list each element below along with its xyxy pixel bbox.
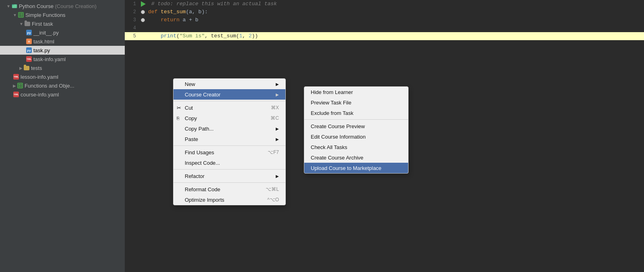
submenu-check-all-tasks[interactable]: Check All Tasks bbox=[304, 142, 408, 152]
exclude-task-label: Exclude from Task bbox=[311, 110, 353, 116]
yaml-icon-course: YML bbox=[13, 91, 19, 98]
submenu-separator-1 bbox=[304, 119, 408, 120]
menu-refactor-label: Refactor bbox=[185, 173, 204, 179]
menu-cut-label: Cut bbox=[185, 105, 193, 111]
code-return-3: return a + b bbox=[148, 16, 198, 24]
task-py-item[interactable]: py task.py bbox=[0, 46, 125, 55]
separator-1 bbox=[173, 101, 285, 101]
menu-item-course-creator[interactable]: Course Creator ▶ bbox=[173, 89, 285, 100]
cut-icon: ✂ bbox=[177, 105, 181, 111]
tests-item[interactable]: ▶ tests bbox=[0, 63, 125, 72]
create-preview-label: Create Course Preview bbox=[311, 123, 365, 129]
separator-2 bbox=[173, 145, 285, 146]
lesson-info-yaml-label: lesson-info.yaml bbox=[21, 74, 58, 80]
project-type: (Course Creation) bbox=[55, 3, 97, 9]
menu-item-optimize[interactable]: Optimize Imports ^⌥O bbox=[173, 194, 285, 205]
expand-arrow-tests: ▶ bbox=[19, 66, 23, 70]
expand-arrow: ▼ bbox=[6, 4, 10, 8]
context-menu: New ▶ Course Creator ▶ ✂ Cut ⌘X ⎘ Copy ⌘… bbox=[173, 78, 286, 205]
separator-3 bbox=[173, 169, 285, 170]
menu-item-new[interactable]: New ▶ bbox=[173, 79, 285, 89]
preview-task-label: Preview Task File bbox=[311, 100, 351, 106]
sidebar: ▼ Python Course (Course Creation) ▼ Simp… bbox=[0, 0, 125, 272]
menu-item-copy[interactable]: ⎘ Copy ⌘C bbox=[173, 113, 285, 123]
breakpoint-2 bbox=[141, 10, 147, 14]
task-html-label: task.html bbox=[33, 39, 54, 45]
functions-objects-label: Functions and Obje... bbox=[25, 83, 74, 89]
course-creator-submenu-arrow: ▶ bbox=[276, 92, 279, 97]
code-comment-1: # todo: replace this with an actual task bbox=[148, 0, 277, 8]
course-creator-submenu: Hide from Learner Preview Task File Excl… bbox=[304, 86, 409, 174]
yaml-icon: YML bbox=[26, 56, 32, 62]
menu-item-paste[interactable]: Paste ▶ bbox=[173, 134, 285, 144]
py-icon: py bbox=[26, 29, 32, 36]
menu-optimize-label: Optimize Imports bbox=[185, 197, 224, 203]
line-number-4: 4 bbox=[125, 24, 141, 32]
code-line-1: 1 # todo: replace this with an actual ta… bbox=[125, 0, 644, 8]
separator-4 bbox=[173, 182, 285, 183]
expand-arrow-first: ▼ bbox=[19, 22, 23, 26]
menu-item-inspect-code[interactable]: Inspect Code... bbox=[173, 157, 285, 168]
code-line-4: 4 bbox=[125, 24, 644, 32]
submenu-exclude-from-task[interactable]: Exclude from Task bbox=[304, 108, 408, 118]
yaml-icon-lesson: YML bbox=[13, 74, 19, 80]
code-line-3: 3 return a + b bbox=[125, 16, 644, 24]
line-number-1: 1 bbox=[125, 0, 141, 8]
submenu-hide-from-learner[interactable]: Hide from Learner bbox=[304, 87, 408, 97]
create-archive-label: Create Course Archive bbox=[311, 155, 363, 161]
py-icon-task: py bbox=[26, 47, 32, 53]
check-all-tasks-label: Check All Tasks bbox=[311, 144, 347, 150]
first-task-label: First task bbox=[32, 21, 53, 27]
copy-path-submenu-arrow: ▶ bbox=[276, 127, 279, 131]
run-icon[interactable] bbox=[141, 1, 147, 7]
simple-functions-item[interactable]: ▼ Simple Functions bbox=[0, 10, 125, 19]
functions-objects-item[interactable]: ▶ Functions and Obje... bbox=[0, 81, 125, 90]
submenu-create-archive[interactable]: Create Course Archive bbox=[304, 152, 408, 163]
editor-area: 1 # todo: replace this with an actual ta… bbox=[125, 0, 644, 272]
menu-reformat-label: Reformat Code bbox=[185, 186, 220, 192]
code-print-5: print("Sum is", test_sum(1, 2)) bbox=[148, 32, 258, 40]
menu-paste-label: Paste bbox=[185, 136, 198, 142]
course-info-yaml-item[interactable]: YML course-info.yaml bbox=[0, 90, 125, 99]
submenu-create-course-preview[interactable]: Create Course Preview bbox=[304, 121, 408, 131]
hide-learner-label: Hide from Learner bbox=[311, 89, 353, 95]
lesson-info-yaml-item[interactable]: YML lesson-info.yaml bbox=[0, 72, 125, 81]
svg-rect-1 bbox=[12, 4, 14, 5]
menu-find-usages-label: Find Usages bbox=[185, 149, 214, 155]
optimize-shortcut: ^⌥O bbox=[267, 197, 279, 202]
code-content: 1 # todo: replace this with an actual ta… bbox=[125, 0, 644, 40]
upload-course-label: Upload Course to Marketplace bbox=[311, 165, 382, 171]
new-submenu-arrow: ▶ bbox=[276, 82, 279, 86]
menu-item-refactor[interactable]: Refactor ▶ bbox=[173, 171, 285, 181]
cut-shortcut: ⌘X bbox=[271, 105, 279, 110]
project-root[interactable]: ▼ Python Course (Course Creation) bbox=[0, 2, 125, 10]
menu-item-cut[interactable]: ✂ Cut ⌘X bbox=[173, 102, 285, 113]
menu-copy-label: Copy bbox=[185, 115, 197, 121]
copy-icon: ⎘ bbox=[177, 116, 180, 121]
find-usages-shortcut: ⌥F7 bbox=[268, 149, 279, 155]
line-number-3: 3 bbox=[125, 16, 141, 24]
init-py-item[interactable]: py __init__.py bbox=[0, 28, 125, 37]
submenu-preview-task[interactable]: Preview Task File bbox=[304, 97, 408, 108]
reformat-shortcut: ⌥⌘L bbox=[266, 186, 279, 192]
code-def-2: def test_sum(a, b): bbox=[148, 8, 208, 16]
task-info-yaml-item[interactable]: YML task-info.yaml bbox=[0, 55, 125, 63]
module-icon bbox=[18, 12, 24, 18]
task-info-yaml-label: task-info.yaml bbox=[33, 56, 66, 62]
code-line-2: 2 def test_sum(a, b): bbox=[125, 8, 644, 16]
code-line-5: 5 print("Sum is", test_sum(1, 2)) bbox=[125, 32, 644, 40]
breakpoint-3 bbox=[141, 18, 147, 22]
menu-inspect-label: Inspect Code... bbox=[185, 160, 220, 166]
menu-item-find-usages[interactable]: Find Usages ⌥F7 bbox=[173, 147, 285, 157]
tests-label: tests bbox=[31, 65, 42, 71]
submenu-upload-course[interactable]: Upload Course to Marketplace bbox=[304, 163, 408, 173]
menu-item-reformat[interactable]: Reformat Code ⌥⌘L bbox=[173, 184, 285, 194]
task-html-item[interactable]: H task.html bbox=[0, 37, 125, 46]
edit-course-info-label: Edit Course Information bbox=[311, 134, 366, 140]
submenu-edit-course-info[interactable]: Edit Course Information bbox=[304, 131, 408, 142]
first-task-item[interactable]: ▼ First task bbox=[0, 19, 125, 28]
lesson-icon bbox=[24, 20, 31, 27]
init-py-label: __init__.py bbox=[33, 30, 59, 36]
html-icon: H bbox=[26, 38, 32, 45]
menu-item-copy-path[interactable]: Copy Path... ▶ bbox=[173, 123, 285, 134]
